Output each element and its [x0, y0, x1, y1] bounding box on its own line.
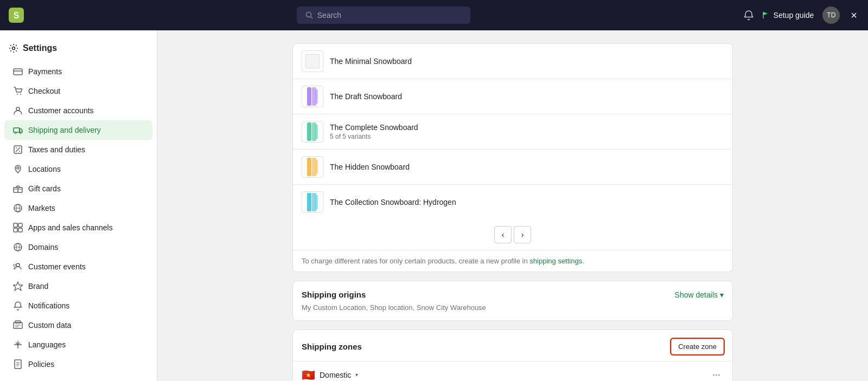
sidebar-item-taxes-and-duties[interactable]: Taxes and duties [4, 140, 152, 159]
svg-rect-26 [14, 223, 17, 227]
flag-icon [763, 11, 770, 19]
sidebar-item-payments[interactable]: Payments [4, 62, 152, 81]
setup-guide-button[interactable]: Setup guide [763, 11, 814, 20]
svg-rect-47 [307, 122, 311, 141]
show-details-label: Show details [675, 290, 718, 299]
sidebar-item-markets[interactable]: Markets [4, 198, 152, 218]
shopify-logo-icon: S [9, 8, 24, 23]
prev-page-button[interactable]: ‹ [494, 226, 512, 243]
svg-rect-7 [14, 69, 22, 75]
sidebar-item-apps-and-sales-channels[interactable]: Apps and sales channels [4, 218, 152, 237]
main-content: The Minimal Snowboard The Draft Snowboar… [157, 30, 868, 381]
sidebar-item-customer-events[interactable]: Customer events [4, 257, 152, 276]
shipping-zones-card: Shipping zones Create zone 🇻🇳 Domestic ▾… [292, 330, 733, 381]
product-name: The Draft Snowboard [330, 92, 402, 101]
setup-guide-label: Setup guide [774, 11, 814, 20]
domestic-zone-label: Domestic [320, 371, 351, 379]
product-thumbnail [302, 191, 323, 213]
sidebar-item-policies[interactable]: Policies [4, 354, 152, 374]
svg-point-11 [16, 107, 20, 111]
locations-icon [13, 164, 23, 174]
sidebar-item-label-custom-data: Custom data [28, 321, 71, 330]
sidebar-item-label-apps-and-sales-channels: Apps and sales channels [28, 223, 113, 232]
taxes-icon [13, 145, 23, 154]
close-button[interactable]: × [848, 7, 859, 24]
products-list: The Minimal Snowboard The Draft Snowboar… [293, 44, 732, 219]
shipping-icon [13, 125, 23, 135]
search-placeholder: Search [317, 11, 341, 20]
sidebar-item-domains[interactable]: Domains [4, 237, 152, 257]
topbar-right: Setup guide TD × [743, 7, 859, 24]
sidebar-item-notifications[interactable]: Notifications [4, 296, 152, 315]
svg-rect-46 [316, 89, 318, 104]
shipping-origins-card: Shipping origins Show details ▾ My Custo… [292, 281, 733, 321]
svg-rect-12 [14, 128, 20, 132]
customer-accounts-icon [13, 106, 23, 115]
svg-line-3 [310, 17, 312, 19]
sidebar-item-label-locations: Locations [28, 165, 61, 173]
search-icon [305, 11, 313, 19]
product-thumbnail [302, 86, 323, 107]
policies-icon [13, 359, 23, 369]
sidebar-item-checkout[interactable]: Checkout [4, 81, 152, 101]
svg-rect-50 [307, 158, 311, 176]
svg-point-6 [12, 47, 15, 50]
domestic-zone-row: 🇻🇳 Domestic ▾ ··· Vietnam [293, 361, 732, 381]
svg-rect-55 [316, 195, 318, 209]
product-thumbnail [302, 156, 323, 178]
notification-icon[interactable] [743, 10, 754, 21]
svg-text:S: S [14, 11, 20, 20]
product-thumbnail [302, 50, 323, 72]
svg-rect-51 [312, 158, 316, 176]
svg-point-17 [16, 147, 17, 148]
custom-data-icon [13, 320, 23, 330]
checkout-icon [13, 86, 23, 96]
svg-rect-28 [14, 228, 17, 232]
next-page-button[interactable]: › [514, 226, 531, 243]
svg-rect-45 [312, 87, 316, 106]
product-name: The Collection Snowboard: Hydrogen [330, 198, 456, 206]
sidebar-item-label-domains: Domains [28, 243, 58, 251]
search-bar[interactable]: Search [297, 7, 470, 24]
show-details-button[interactable]: Show details ▾ [675, 290, 724, 299]
markets-icon [13, 203, 23, 213]
sidebar-item-gift-cards[interactable]: Gift cards [4, 179, 152, 198]
sidebar-item-custom-data[interactable]: Custom data [4, 315, 152, 335]
sidebar-item-label-customer-events: Customer events [28, 262, 86, 271]
svg-marker-4 [763, 12, 768, 15]
sidebar-item-label-brand: Brand [28, 282, 48, 290]
sidebar-item-label-checkout: Checkout [28, 87, 60, 95]
svg-rect-36 [15, 321, 21, 323]
svg-rect-54 [312, 193, 316, 211]
sidebar-item-customer-accounts[interactable]: Customer accounts [4, 101, 152, 120]
content-inner: The Minimal Snowboard The Draft Snowboar… [279, 30, 746, 381]
svg-point-10 [20, 94, 21, 95]
sidebar-item-label-taxes-and-duties: Taxes and duties [28, 145, 85, 154]
svg-rect-27 [18, 223, 22, 227]
product-info: The Collection Snowboard: Hydrogen [330, 198, 456, 206]
info-text: To charge different rates for only certa… [293, 250, 732, 272]
settings-heading: Settings [23, 43, 57, 53]
product-row: The Draft Snowboard [293, 79, 732, 114]
product-info: The Minimal Snowboard [330, 57, 412, 66]
product-name: The Hidden Snowboard [330, 163, 410, 171]
product-name: The Complete Snowboard [330, 123, 418, 132]
avatar-initials: TD [827, 11, 835, 19]
sidebar-item-locations[interactable]: Locations [4, 159, 152, 179]
zone-more-button[interactable]: ··· [709, 368, 724, 381]
product-row: The Hidden Snowboard [293, 150, 732, 185]
create-zone-button[interactable]: Create zone [671, 339, 724, 354]
zone-dropdown-arrow-icon[interactable]: ▾ [355, 372, 358, 378]
shipping-origins-locations: My Custom Location, Shop location, Snow … [293, 303, 732, 320]
topbar: S Search Setup guide TD × [0, 0, 868, 30]
svg-rect-44 [307, 87, 311, 106]
svg-point-2 [306, 12, 311, 17]
product-row: The Complete Snowboard5 of 5 variants [293, 114, 732, 150]
sidebar-item-brand[interactable]: Brand [4, 276, 152, 296]
shipping-origins-title: Shipping origins [302, 290, 366, 299]
search-area: Search [24, 7, 743, 24]
shipping-settings-link[interactable]: shipping settings [529, 257, 582, 265]
sidebar-item-label-languages: Languages [28, 340, 66, 349]
sidebar-item-shipping-and-delivery[interactable]: Shipping and delivery [4, 120, 152, 140]
sidebar-item-languages[interactable]: Languages [4, 335, 152, 354]
